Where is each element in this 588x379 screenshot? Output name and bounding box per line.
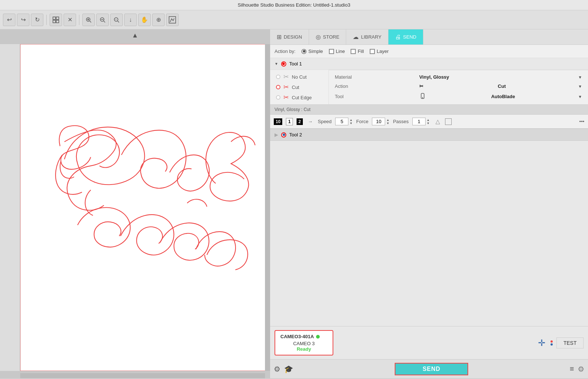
force-value-control[interactable]: ▲ ▼: [372, 118, 389, 125]
zoom-in-button[interactable]: [82, 14, 95, 26]
action-layer[interactable]: Layer: [370, 49, 389, 54]
action-dropdown-arrow[interactable]: ▼: [578, 84, 582, 89]
cut-edge-label: Cut Edge: [292, 95, 312, 100]
line-checkbox[interactable]: [329, 49, 334, 54]
force-arrows[interactable]: ▲ ▼: [386, 118, 389, 125]
undo-button[interactable]: ↩: [3, 14, 15, 26]
force-input[interactable]: [372, 118, 385, 125]
zoom-fit-button[interactable]: +: [110, 14, 123, 26]
tab-store[interactable]: ◎ STORE: [309, 29, 347, 44]
tool2-label: Tool 2: [289, 132, 302, 137]
passes-label: Passes: [393, 119, 409, 124]
speed-down-arrow[interactable]: ▼: [349, 122, 352, 125]
gear-icon[interactable]: ⚙: [578, 365, 584, 373]
cut-icon: ✂: [283, 83, 289, 91]
vertical-scrollbar[interactable]: [265, 44, 270, 371]
force-up-arrow[interactable]: ▲: [386, 118, 389, 122]
group-button[interactable]: [50, 14, 62, 26]
tool1-header[interactable]: ▼ Tool 1: [270, 58, 588, 69]
tab-design[interactable]: ⊞ DESIGN: [270, 29, 309, 44]
redo-button[interactable]: ↪: [17, 14, 29, 26]
material-value-row[interactable]: Vinyl, Glossy ▼: [419, 74, 582, 80]
tab-store-label: STORE: [323, 34, 340, 40]
action-fill[interactable]: Fill: [351, 49, 364, 54]
action-simple[interactable]: Simple: [301, 49, 323, 54]
material-dropdown-arrow[interactable]: ▼: [578, 75, 582, 79]
cut-option[interactable]: ✂ Cut: [276, 83, 323, 91]
graduation-icon[interactable]: 🎓: [284, 365, 293, 373]
num-box-1: 10: [274, 118, 282, 125]
cut-edge-radio[interactable]: [276, 95, 280, 100]
passes-value-control[interactable]: ▲ ▼: [412, 118, 430, 125]
trace-button[interactable]: [166, 14, 179, 26]
action-line[interactable]: Line: [329, 49, 345, 54]
send-button[interactable]: SEND: [395, 363, 468, 375]
fill-checkbox[interactable]: [351, 49, 356, 54]
tool1-arrow: ▼: [275, 62, 278, 66]
no-cut-option[interactable]: ✂ No Cut: [276, 73, 323, 81]
no-cut-radio[interactable]: [276, 75, 280, 79]
tool-dropdown-arrow[interactable]: ▼: [578, 94, 582, 99]
move-icon[interactable]: ✛: [538, 338, 545, 348]
passes-input[interactable]: [412, 118, 426, 125]
device-bar: CAMEO3-401A CAMEO 3 Ready ✛: [270, 326, 588, 359]
list-icon[interactable]: ≡: [570, 365, 574, 373]
speed-up-arrow[interactable]: ▲: [349, 118, 352, 122]
tab-send-label: SEND: [403, 34, 416, 40]
speed-label: Speed: [318, 119, 332, 124]
device-connected-dot: [316, 335, 320, 339]
svg-line-12: [118, 21, 119, 22]
rotate-button[interactable]: ↻: [31, 14, 43, 26]
speed-value-control[interactable]: ▲ ▼: [335, 118, 352, 125]
action-value-row[interactable]: ✂ Cut ▼: [419, 83, 582, 89]
layer-checkbox[interactable]: [370, 49, 375, 54]
zoom-out-button[interactable]: [96, 14, 109, 26]
bottom-toolbar: ⚙ 🎓 SEND ≡ ⚙: [270, 359, 588, 378]
material-value: Vinyl, Glossy: [419, 74, 449, 80]
force-down-arrow[interactable]: ▼: [386, 122, 389, 125]
device-card[interactable]: CAMEO3-401A CAMEO 3 Ready: [275, 330, 333, 355]
scroll-up-arrow[interactable]: ▲: [132, 32, 139, 39]
right-panel: ⊞ DESIGN ◎ STORE ☁ LIBRARY 🖨 SEND Action…: [270, 29, 588, 378]
store-icon: ◎: [316, 33, 321, 40]
speed-arrows[interactable]: ▲ ▼: [349, 118, 352, 125]
no-cut-icon: ✂: [283, 73, 289, 81]
tab-library[interactable]: ☁ LIBRARY: [346, 29, 388, 44]
triangle-icon: △: [435, 118, 440, 125]
svg-text:+: +: [115, 18, 117, 21]
action-key: Action: [335, 83, 416, 89]
tool1-section: ▼ Tool 1 ✂ No Cut: [270, 58, 588, 129]
tab-send[interactable]: 🖨 SEND: [388, 29, 423, 44]
add-button[interactable]: ⊕: [152, 14, 165, 26]
cut-label: Cut: [292, 85, 299, 90]
cut-edge-option[interactable]: ✂ Cut Edge: [276, 93, 323, 101]
action-scissors-icon: ✂: [419, 83, 423, 89]
pan-button[interactable]: ✋: [138, 14, 151, 26]
svg-line-9: [104, 21, 105, 22]
action-value: Cut: [498, 83, 506, 89]
num-separator: →: [308, 119, 313, 124]
tool-value: AutoBlade: [491, 94, 515, 99]
device-status-text: Ready: [280, 346, 327, 352]
move-down-button[interactable]: ↓: [124, 14, 137, 26]
settings-icon[interactable]: ⚙: [274, 365, 280, 373]
tool-value-row[interactable]: AutoBlade ▼: [419, 92, 582, 101]
status-dots: [551, 340, 553, 346]
simple-radio[interactable]: [301, 49, 306, 54]
passes-down-arrow[interactable]: ▼: [427, 122, 430, 125]
ungroup-button[interactable]: ✕: [64, 14, 76, 26]
more-options-dots[interactable]: •••: [579, 119, 584, 124]
move-controls: ✛: [538, 338, 545, 348]
speed-force-row: 10 1 2 → Speed ▲ ▼ Force: [270, 115, 588, 128]
test-button[interactable]: TEST: [556, 337, 584, 348]
cut-radio[interactable]: [276, 85, 280, 89]
passes-up-arrow[interactable]: ▲: [427, 118, 430, 122]
horizontal-scrollbar[interactable]: [20, 373, 265, 378]
speed-input[interactable]: [335, 118, 348, 125]
tool2-header[interactable]: ▶ Tool 2: [270, 129, 588, 140]
tool2-arrow: ▶: [275, 132, 278, 137]
fill-label: Fill: [358, 49, 364, 54]
passes-arrows[interactable]: ▲ ▼: [427, 118, 430, 125]
device-model-text: CAMEO 3: [280, 341, 327, 346]
no-cut-label: No Cut: [292, 74, 306, 80]
